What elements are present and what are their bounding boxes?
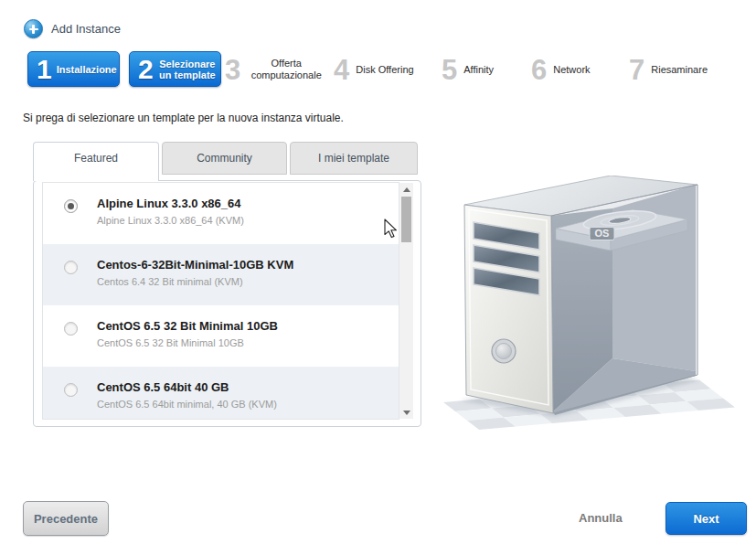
mouse-cursor-icon <box>384 219 399 239</box>
scroll-down-icon[interactable] <box>399 406 413 419</box>
tab-community[interactable]: Community <box>162 142 287 175</box>
tab-label: I miei template <box>318 152 389 165</box>
step-label: Offerta computazionale <box>247 58 325 81</box>
list-scrollbar[interactable] <box>399 183 413 419</box>
template-radio[interactable] <box>64 322 78 336</box>
template-radio[interactable] <box>64 261 78 274</box>
previous-button[interactable]: Precedente <box>23 501 109 536</box>
step-number: 4 <box>334 56 349 84</box>
step-label: Installazione <box>57 64 121 75</box>
step-number: 3 <box>225 56 240 84</box>
wizard-step-affinity: 5 Affinity <box>442 50 494 89</box>
add-instance-icon <box>24 19 43 38</box>
instruction-text: Si prega di selezionare un template per … <box>23 112 344 124</box>
template-name: CentOS 6.5 64bit 40 GB <box>97 380 277 394</box>
template-description: CentOS 6.5 32 Bit Minimal 10GB <box>97 337 278 348</box>
cancel-link[interactable]: Annulla <box>579 511 623 525</box>
template-list-item[interactable]: CentOS 6.5 64bit 40 GB CentOS 6.5 64bit … <box>43 367 399 420</box>
step-number: 5 <box>442 56 457 84</box>
step-number: 1 <box>37 56 52 83</box>
wizard-step-selezionare-template[interactable]: 2 Selezionare un template <box>129 51 221 87</box>
template-name: Alpine Linux 3.3.0 x86_64 <box>97 197 244 210</box>
wizard-step-disk-offering: 4 Disk Offering <box>334 50 414 89</box>
wizard-step-network: 6 Network <box>531 50 591 89</box>
page-title: Add Instance <box>51 22 121 36</box>
step-label: Disk Offering <box>356 64 413 76</box>
scroll-up-icon[interactable] <box>399 183 413 196</box>
computer-tower-illustration: OS <box>443 176 745 441</box>
template-radio[interactable] <box>64 199 78 213</box>
step-number: 6 <box>531 56 547 84</box>
step-label: Affinity <box>463 64 494 76</box>
tab-label: Community <box>197 152 252 165</box>
drive-bays <box>474 222 539 295</box>
power-button <box>492 339 516 363</box>
tab-featured[interactable]: Featured <box>33 142 159 181</box>
step-label: Selezionare un template <box>158 59 220 80</box>
template-description: Centos 6.4 32 Bit minimal (KVM) <box>97 276 293 287</box>
template-name: Centos-6-32Bit-Minimal-10GB KVM <box>97 258 293 272</box>
wizard-step-offerta-computazionale: 3 Offerta computazionale <box>225 50 325 89</box>
step-number: 7 <box>629 56 644 84</box>
tab-i-miei-template[interactable]: I miei template <box>290 142 418 175</box>
template-name: CentOS 6.5 32 Bit Minimal 10GB <box>97 319 278 333</box>
wizard-step-riesaminare: 7 Riesaminare <box>629 50 708 89</box>
template-list-item[interactable]: CentOS 6.5 32 Bit Minimal 10GB CentOS 6.… <box>43 305 399 367</box>
step-label: Riesaminare <box>651 64 708 76</box>
tab-label: Featured <box>74 152 118 165</box>
template-list-item[interactable]: Centos-6-32Bit-Minimal-10GB KVM Centos 6… <box>43 244 399 305</box>
template-list-item[interactable]: Alpine Linux 3.3.0 x86_64 Alpine Linux 3… <box>43 183 399 244</box>
template-list: Alpine Linux 3.3.0 x86_64 Alpine Linux 3… <box>42 182 399 420</box>
template-radio[interactable] <box>64 383 78 397</box>
wizard-step-installazione[interactable]: 1 Installazione <box>27 51 120 87</box>
scrollbar-thumb[interactable] <box>401 197 411 242</box>
step-number: 2 <box>138 56 154 83</box>
template-description: CentOS 6.5 64bit minimal, 40 GB (KVM) <box>97 399 277 410</box>
add-instance-wizard: Add Instance 1 Installazione 2 Seleziona… <box>0 0 756 544</box>
step-label: Network <box>553 64 590 76</box>
next-button[interactable]: Next <box>665 502 747 535</box>
template-description: Alpine Linux 3.3.0 x86_64 (KVM) <box>97 215 244 226</box>
